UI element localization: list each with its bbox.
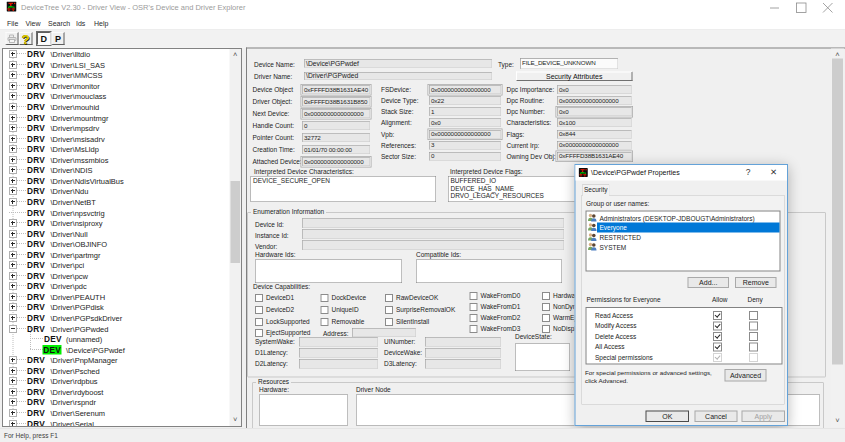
expand-icon[interactable] — [9, 145, 17, 153]
group-user-list[interactable]: Administrators (DESKTOP-JDBOUGT\Administ… — [586, 211, 781, 272]
scrollbar-thumb[interactable] — [832, 59, 843, 365]
expand-icon[interactable] — [9, 92, 17, 100]
tree-item[interactable]: DRV\Driver\Serenum — [3, 407, 228, 418]
allow-checkbox[interactable] — [713, 311, 722, 320]
tree-item[interactable]: DEV(unnamed) — [3, 333, 228, 344]
expand-icon[interactable] — [9, 314, 17, 322]
expand-icon[interactable] — [9, 282, 17, 290]
security-attributes-button[interactable]: Security Attributes — [516, 72, 633, 82]
expand-icon[interactable] — [9, 240, 17, 248]
allow-checkbox[interactable] — [713, 322, 722, 331]
capability-checkbox[interactable] — [470, 314, 478, 322]
expand-icon[interactable] — [9, 219, 17, 227]
expand-icon[interactable] — [9, 420, 17, 427]
expand-icon[interactable] — [9, 166, 17, 174]
expand-icon[interactable] — [9, 82, 17, 90]
tree-item[interactable]: DRV\Driver\NDIS — [3, 164, 228, 175]
user-list-item[interactable]: Everyone — [587, 223, 779, 233]
expand-icon[interactable] — [9, 198, 17, 206]
expand-icon[interactable] — [9, 61, 17, 69]
menu-file[interactable]: File — [7, 19, 18, 27]
tree-vertical-scrollbar[interactable]: ˄ ˅ — [230, 49, 242, 426]
maximize-button[interactable] — [786, 0, 816, 15]
tree-item[interactable]: DRV\Driver\lltdio — [3, 48, 228, 59]
tree-item[interactable]: DRV\Driver\mouhid — [3, 101, 228, 112]
expand-icon[interactable] — [9, 124, 17, 132]
expand-icon[interactable] — [9, 114, 17, 122]
expand-icon[interactable] — [9, 71, 17, 79]
dialog-close-button[interactable]: ✕ — [764, 167, 784, 179]
tree-item[interactable]: DRV\Driver\Ndu — [3, 185, 228, 196]
user-list-item[interactable]: Administrators (DESKTOP-JDBOUGT\Administ… — [587, 213, 779, 223]
remove-button[interactable]: Remove — [735, 277, 777, 288]
user-list-item[interactable]: SYSTEM — [587, 242, 779, 252]
driver-view-button[interactable]: D — [37, 32, 51, 45]
tab-security[interactable]: Security — [582, 184, 610, 196]
advanced-button[interactable]: Advanced — [725, 369, 767, 382]
scrollbar-thumb[interactable] — [231, 181, 241, 263]
scroll-down-icon[interactable]: ˅ — [831, 415, 844, 427]
expand-icon[interactable] — [9, 293, 17, 301]
menu-help[interactable]: Help — [94, 19, 108, 27]
help-button[interactable]: ? — [19, 32, 33, 45]
expand-icon[interactable] — [9, 103, 17, 111]
expand-icon[interactable] — [9, 356, 17, 364]
scroll-down-icon[interactable]: ˅ — [230, 414, 242, 426]
expand-icon[interactable] — [9, 230, 17, 238]
capability-checkbox[interactable] — [542, 314, 550, 322]
deny-checkbox[interactable] — [749, 322, 758, 331]
tree-item[interactable]: DRV\Driver\mpsdrv — [3, 122, 228, 133]
tree-item[interactable]: DRV\Driver\pdc — [3, 280, 228, 291]
user-list-item[interactable]: RESTRICTED — [587, 232, 779, 242]
allow-checkbox[interactable] — [713, 343, 722, 352]
capability-checkbox[interactable] — [542, 292, 550, 300]
driver-tree[interactable]: DRV\Driver\lltdioDRV\Driver\LSI_SASDRV\D… — [2, 48, 242, 427]
print-button[interactable] — [6, 32, 19, 45]
capability-checkbox[interactable] — [255, 329, 263, 337]
dialog-help-button[interactable]: ? — [738, 167, 758, 179]
capability-checkbox[interactable] — [321, 294, 329, 302]
cancel-button[interactable]: Cancel — [695, 411, 738, 423]
panel-vertical-scrollbar[interactable]: ˄ ˅ — [831, 49, 844, 427]
tree-item[interactable]: DRV\Driver\mouclass — [3, 90, 228, 101]
capability-checkbox[interactable] — [470, 303, 478, 311]
pnp-view-button[interactable]: P — [52, 32, 65, 45]
capability-checkbox[interactable] — [321, 318, 329, 326]
expand-icon[interactable] — [9, 388, 17, 396]
minimize-button[interactable] — [760, 0, 790, 15]
tree-item[interactable]: DRV\Driver\rspndr — [3, 396, 228, 407]
expand-icon[interactable] — [9, 135, 17, 143]
tree-item[interactable]: DRV\Driver\nsiproxy — [3, 217, 228, 228]
expand-icon[interactable] — [9, 398, 17, 406]
menu-view[interactable]: View — [26, 19, 41, 27]
tree-item[interactable]: DRV\Driver\NetBT — [3, 196, 228, 207]
capability-checkbox[interactable] — [385, 318, 393, 326]
tree-item[interactable]: DRV\Driver\PnpManager — [3, 354, 228, 365]
collapse-icon[interactable] — [9, 325, 17, 333]
capability-checkbox[interactable] — [255, 306, 263, 314]
deny-checkbox[interactable] — [749, 332, 758, 341]
capability-checkbox[interactable] — [255, 318, 263, 326]
ok-button[interactable]: OK — [646, 411, 690, 423]
tree-item[interactable]: DRV\Driver\PGPsdkDriver — [3, 312, 228, 323]
expand-icon[interactable] — [9, 50, 17, 58]
close-button[interactable] — [813, 0, 843, 15]
expand-icon[interactable] — [9, 272, 17, 280]
expand-icon[interactable] — [9, 409, 17, 417]
allow-checkbox[interactable] — [713, 353, 722, 362]
expand-icon[interactable] — [9, 251, 17, 259]
deny-checkbox[interactable] — [749, 311, 758, 320]
tree-item[interactable]: DRV\Driver\pci — [3, 259, 228, 270]
expand-icon[interactable] — [9, 187, 17, 195]
permissions-list[interactable]: Read AccessModify AccessDelete AccessAll… — [586, 307, 783, 365]
tree-item[interactable]: DRV\Driver\OBJINFO — [3, 238, 228, 249]
scroll-up-icon[interactable]: ˄ — [230, 49, 242, 61]
expand-icon[interactable] — [9, 303, 17, 311]
apply-button[interactable]: Apply — [742, 411, 786, 423]
tree-item[interactable]: DRV\Driver\MsLldp — [3, 143, 228, 154]
capability-checkbox[interactable] — [385, 294, 393, 302]
menu-ids[interactable]: Ids — [76, 19, 85, 27]
expand-icon[interactable] — [9, 156, 17, 164]
capability-checkbox[interactable] — [470, 325, 478, 333]
capability-checkbox[interactable] — [470, 292, 478, 300]
